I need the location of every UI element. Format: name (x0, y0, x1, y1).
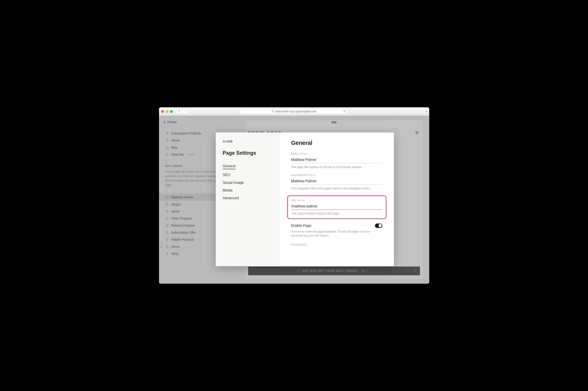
enable-page-help: Turn on to make the page available. Turn… (291, 230, 382, 238)
page-title-input[interactable] (291, 157, 382, 163)
page-settings-modal: CLOSE Page Settings GeneralSEOSocial Ima… (216, 132, 394, 266)
url-bar[interactable]: robin-swan-trxp.squarespace.com ⟳ (240, 109, 348, 114)
url-slug-help: The unique location slug for this page. (291, 212, 382, 215)
minimize-window-button[interactable] (166, 110, 168, 113)
password-label: PASSWORD (291, 243, 382, 246)
modal-content: General PAGE TITLE The page title appear… (280, 132, 394, 266)
url-slug-highlight: URL SLUG The unique location slug for th… (287, 195, 386, 219)
lock-icon (271, 110, 274, 113)
modal-sidebar: CLOSE Page Settings GeneralSEOSocial Ima… (216, 132, 280, 266)
close-window-button[interactable] (161, 110, 164, 113)
tab-advanced[interactable]: Advanced (223, 196, 273, 200)
new-tab-button[interactable]: + (425, 109, 428, 114)
tab-media[interactable]: Media (223, 188, 273, 193)
section-heading: General (291, 139, 382, 146)
close-button[interactable]: CLOSE (223, 140, 273, 143)
url-slug-label: URL SLUG (291, 199, 382, 202)
reload-icon[interactable]: ⟳ (344, 110, 346, 113)
titlebar: robin-swan-trxp.squarespace.com ⟳ + (159, 107, 429, 116)
svg-rect-0 (272, 111, 273, 112)
nav-title-label: NAVIGATION TITLE (291, 174, 382, 177)
nav-forward-button[interactable] (182, 109, 189, 114)
tab-seo[interactable]: SEO (223, 173, 273, 177)
nav-title-help: The navigation title is the page's name … (291, 187, 382, 191)
maximize-window-button[interactable] (170, 110, 173, 113)
url-slug-input[interactable] (291, 203, 382, 210)
tab-social-image[interactable]: Social Image (223, 181, 273, 185)
nav-title-input[interactable] (291, 178, 382, 185)
nav-back-button[interactable] (176, 109, 182, 114)
modal-title: Page Settings (223, 150, 273, 156)
page-title-label: PAGE TITLE (291, 153, 382, 155)
tab-general[interactable]: General (223, 164, 236, 169)
page-title-help: The page title appears in the top of the… (291, 165, 382, 169)
url-text: robin-swan-trxp.squarespace.com (275, 110, 317, 113)
enable-page-label: Enable Page (291, 224, 311, 228)
enable-page-toggle[interactable] (375, 223, 382, 228)
browser-window: robin-swan-trxp.squarespace.com ⟳ + Home… (159, 107, 429, 284)
